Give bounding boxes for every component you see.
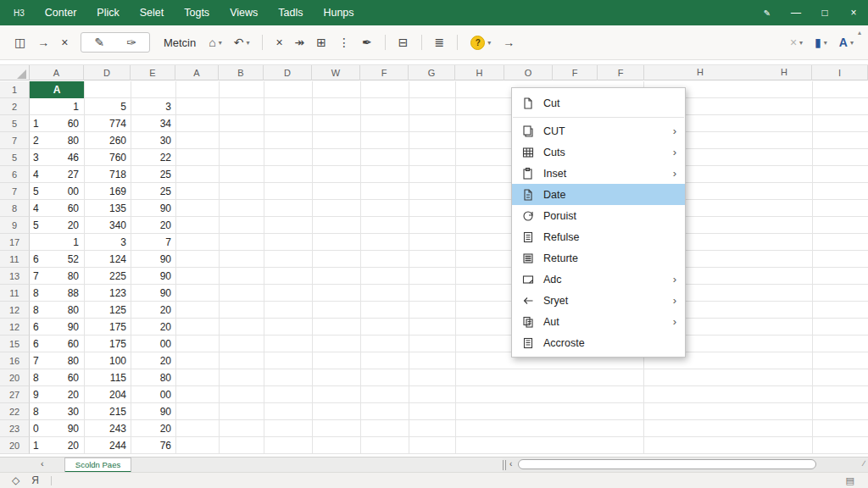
menu-item-date[interactable]: Date bbox=[512, 184, 685, 205]
row-header-27-18[interactable]: 27 bbox=[0, 386, 30, 403]
row-header-20-21[interactable]: 20 bbox=[0, 437, 30, 454]
row-header-7-6[interactable]: 7 bbox=[0, 183, 30, 200]
pane-split-handle[interactable] bbox=[503, 460, 504, 470]
row-header-17-9[interactable]: 17 bbox=[0, 234, 30, 251]
cell-value[interactable]: 774 bbox=[85, 115, 126, 132]
font-color-icon[interactable]: A▾ bbox=[839, 36, 854, 49]
menu-item-cut[interactable]: CUT› bbox=[512, 120, 685, 141]
cell-value[interactable]: 20 bbox=[132, 217, 171, 234]
collapse-toolbar-icon[interactable]: ▴ bbox=[858, 29, 861, 36]
row-header-12-14[interactable]: 12 bbox=[0, 319, 30, 336]
cell-value[interactable]: 22 bbox=[132, 149, 171, 166]
dropdown-caret-icon[interactable]: ▾ bbox=[799, 39, 803, 47]
row-header-1-0[interactable]: 1 bbox=[0, 81, 30, 98]
workbook-icon[interactable]: ◫ bbox=[14, 36, 25, 49]
menu-item-selet[interactable]: Selet bbox=[140, 7, 164, 19]
cell-value[interactable]: 52 bbox=[31, 251, 79, 268]
dropdown-caret-icon[interactable]: ▾ bbox=[219, 39, 222, 47]
cell-value[interactable]: 225 bbox=[85, 268, 126, 285]
menu-item-conter[interactable]: Conter bbox=[45, 7, 77, 19]
cell-value[interactable]: 115 bbox=[85, 369, 126, 386]
cell-value[interactable]: 90 bbox=[31, 420, 79, 437]
column-header-A-3[interactable]: A bbox=[175, 65, 219, 80]
dropdown-caret-icon[interactable]: ▾ bbox=[850, 39, 854, 47]
cell-value[interactable]: 76 bbox=[132, 437, 171, 454]
row-header-23-20[interactable]: 23 bbox=[0, 420, 30, 437]
row-header-8-7[interactable]: 8 bbox=[0, 200, 30, 217]
cell-value[interactable]: 80 bbox=[132, 369, 171, 386]
edit-window-icon[interactable]: ✎ bbox=[753, 0, 782, 25]
column-header-W-6[interactable]: W bbox=[312, 65, 360, 80]
undo-icon[interactable]: ↶▾ bbox=[234, 36, 250, 49]
selected-cell[interactable]: A bbox=[30, 81, 84, 98]
row-header-7-3[interactable]: 7 bbox=[0, 132, 30, 149]
home-icon[interactable]: ⌂▾ bbox=[209, 36, 221, 49]
cell-value[interactable]: 175 bbox=[85, 319, 126, 336]
column-header-A-0[interactable]: A bbox=[30, 65, 84, 80]
row-header-20-17[interactable]: 20 bbox=[0, 369, 30, 386]
row-header-9-8[interactable]: 9 bbox=[0, 217, 30, 234]
cell-value[interactable]: 124 bbox=[85, 251, 126, 268]
cell-value[interactable]: 90 bbox=[132, 403, 171, 420]
row-header-11-12[interactable]: 11 bbox=[0, 285, 30, 302]
clipboard-icon[interactable]: ▮▾ bbox=[815, 36, 827, 49]
column-header-F-12[interactable]: F bbox=[598, 65, 644, 80]
dropdown-caret-icon[interactable]: ▾ bbox=[487, 39, 491, 47]
cell-value[interactable]: 00 bbox=[132, 386, 171, 403]
cell-value[interactable]: 169 bbox=[85, 183, 126, 200]
cell-value[interactable]: 34 bbox=[132, 115, 171, 132]
column-header-O-10[interactable]: O bbox=[504, 65, 553, 80]
column-header-E-2[interactable]: E bbox=[131, 65, 175, 80]
cell-value[interactable]: 243 bbox=[85, 420, 126, 437]
cell-value[interactable]: 90 bbox=[132, 285, 171, 302]
row-header-5-2[interactable]: 5 bbox=[0, 115, 30, 132]
cell-value[interactable]: 718 bbox=[85, 166, 126, 183]
cell-value[interactable]: 20 bbox=[31, 386, 79, 403]
cell-value[interactable]: 25 bbox=[132, 183, 171, 200]
sheet-nav-left-icon[interactable]: ‹ bbox=[41, 458, 44, 469]
row-header-5-4[interactable]: 5 bbox=[0, 149, 30, 166]
cell-value[interactable]: 25 bbox=[132, 166, 171, 183]
menu-item-cuts[interactable]: Cuts› bbox=[512, 141, 685, 163]
cell-value[interactable]: 30 bbox=[31, 403, 79, 420]
cell-value[interactable]: 80 bbox=[31, 302, 79, 319]
cell-value[interactable]: 90 bbox=[132, 200, 171, 217]
ink-pen-icon[interactable]: ✒ bbox=[362, 36, 372, 49]
column-header-I-15[interactable]: I bbox=[812, 65, 868, 80]
cell-value[interactable]: 60 bbox=[31, 336, 79, 352]
more-dots-icon[interactable]: ⋮ bbox=[338, 36, 350, 49]
cell-value[interactable]: 80 bbox=[31, 352, 79, 369]
cell-value[interactable]: 3 bbox=[132, 98, 171, 115]
cell-value[interactable]: 20 bbox=[31, 217, 79, 234]
menu-item-plick[interactable]: Plick bbox=[97, 7, 119, 19]
cell-value[interactable]: 60 bbox=[31, 115, 79, 132]
box-minus-icon[interactable]: ⊟ bbox=[398, 36, 409, 49]
row-header-11-10[interactable]: 11 bbox=[0, 251, 30, 268]
menu-item-hunps[interactable]: Hunps bbox=[323, 7, 353, 19]
app-button[interactable]: H3 bbox=[14, 8, 25, 18]
row-header-12-13[interactable]: 12 bbox=[0, 302, 30, 319]
cell-value[interactable]: 27 bbox=[31, 166, 79, 183]
disabled-x-icon[interactable]: ×▾ bbox=[790, 36, 803, 49]
cell-value[interactable]: 20 bbox=[132, 352, 171, 369]
cut-x-icon[interactable]: × bbox=[61, 36, 68, 49]
cell-value[interactable]: 340 bbox=[85, 217, 126, 234]
menu-item-accroste[interactable]: Accroste bbox=[512, 332, 685, 353]
cell-value[interactable]: 20 bbox=[132, 302, 171, 319]
column-header-D-5[interactable]: D bbox=[264, 65, 312, 80]
cell-value[interactable]: 123 bbox=[85, 285, 126, 302]
close-x-icon[interactable]: × bbox=[275, 36, 282, 49]
forward-arrow-icon[interactable]: → bbox=[37, 36, 49, 49]
cell-value[interactable]: 1 bbox=[31, 234, 79, 251]
menu-item-aut[interactable]: Aut› bbox=[512, 311, 685, 332]
align-lines-icon[interactable]: ≣ bbox=[435, 36, 445, 49]
scroll-left-icon[interactable]: ‹ bbox=[509, 459, 512, 469]
cell-value[interactable]: 260 bbox=[85, 132, 126, 149]
scrollbar-thumb[interactable] bbox=[518, 459, 816, 469]
cell-value[interactable]: 100 bbox=[85, 352, 126, 369]
pane-split-handle[interactable] bbox=[505, 460, 506, 470]
cell-value[interactable]: 20 bbox=[132, 420, 171, 437]
row-header-2-1[interactable]: 2 bbox=[0, 98, 30, 115]
dropdown-caret-icon[interactable]: ▾ bbox=[824, 39, 827, 47]
minimize-icon[interactable]: — bbox=[782, 0, 810, 25]
